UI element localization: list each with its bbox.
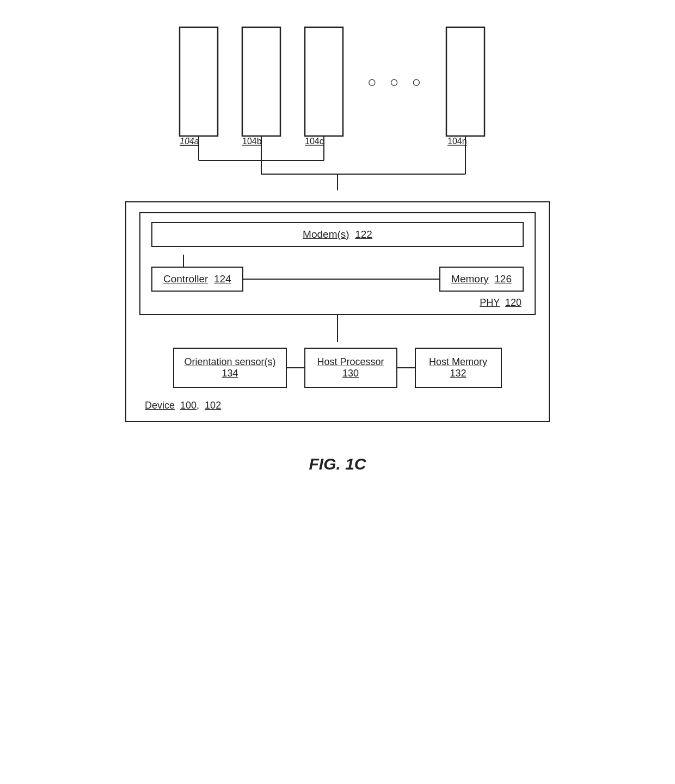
host-processor-num: 130 <box>342 368 359 379</box>
hline-ctrl-mem <box>243 279 439 280</box>
modem-label: Modem(s) <box>303 229 349 240</box>
controller-num: 124 <box>214 273 231 285</box>
controller-label: Controller <box>163 273 208 285</box>
hline-proc-mem <box>397 367 415 368</box>
host-processor-box: Host Processor 130 <box>304 348 397 388</box>
hline-orient-proc <box>287 367 304 368</box>
top-connector-svg: ○ ○ ○ 104a 104b 104c 104n <box>125 22 550 201</box>
orientation-sensor-box: Orientation sensor(s) 134 <box>173 348 286 388</box>
phy-box: Modem(s) 122 Controller 124 Memory 126 <box>139 212 536 315</box>
memory-num: 126 <box>494 273 512 285</box>
modem-num: 122 <box>355 229 372 240</box>
device-num2: 102 <box>205 400 221 411</box>
phy-host-connector <box>337 315 338 342</box>
svg-rect-2 <box>305 27 343 136</box>
svg-rect-4 <box>446 27 484 136</box>
figure-title: FIG. 1C <box>309 455 366 473</box>
host-processor-label: Host Processor <box>317 356 384 367</box>
svg-rect-1 <box>242 27 280 136</box>
modem-box: Modem(s) 122 <box>151 222 524 247</box>
host-row: Orientation sensor(s) 134 Host Processor… <box>139 342 536 393</box>
svg-text:104n: 104n <box>447 137 467 146</box>
device-box: Modem(s) 122 Controller 124 Memory 126 <box>125 201 550 422</box>
host-memory-label: Host Memory <box>429 356 487 367</box>
memory-label: Memory <box>451 273 489 285</box>
device-label: Device 100, 102 <box>139 400 536 411</box>
phy-label: PHY 120 <box>151 297 524 308</box>
host-memory-box: Host Memory 132 <box>415 348 502 388</box>
orientation-label: Orientation sensor(s) <box>184 356 275 367</box>
svg-text:104a: 104a <box>180 137 199 146</box>
host-memory-num: 132 <box>450 368 467 379</box>
memory-box: Memory 126 <box>439 267 524 292</box>
phy-prefix: PHY <box>480 297 500 308</box>
controller-box: Controller 124 <box>151 267 243 292</box>
phy-num: 120 <box>505 297 521 308</box>
device-prefix: Device <box>145 400 175 411</box>
vline-modem-ctrl <box>183 255 184 267</box>
page-container: ○ ○ ○ 104a 104b 104c 104n <box>0 0 675 784</box>
svg-text:104c: 104c <box>305 137 324 146</box>
device-num1: 100 <box>180 400 197 411</box>
svg-rect-0 <box>180 27 218 136</box>
diagram-area: ○ ○ ○ 104a 104b 104c 104n <box>93 22 582 473</box>
svg-text:○ ○ ○: ○ ○ ○ <box>367 73 425 90</box>
svg-text:104b: 104b <box>242 137 262 146</box>
orientation-num: 134 <box>222 368 238 379</box>
ctrl-mem-row: Controller 124 Memory 126 <box>151 267 524 292</box>
